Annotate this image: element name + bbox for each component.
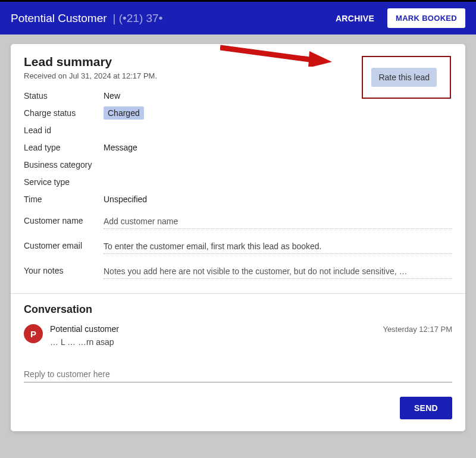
lead-summary-section: Rate this lead Lead summary Received on … (11, 44, 465, 293)
rate-lead-highlight-box: Rate this lead (362, 56, 451, 99)
rate-this-lead-button[interactable]: Rate this lead (371, 68, 437, 87)
time-label: Time (24, 195, 101, 204)
charged-badge: Charged (104, 106, 144, 120)
message-text: … L … …rn asap (50, 337, 452, 347)
your-notes-label: Your notes (24, 266, 101, 275)
charge-status-label: Charge status (24, 108, 101, 118)
lead-type-label: Lead type (24, 143, 101, 152)
time-value: Unspecified (104, 195, 452, 204)
summary-fields: Status New Charge status Charged Lead id… (24, 91, 452, 279)
sender-name: Potential customer (50, 324, 119, 334)
lead-id-label: Lead id (24, 126, 101, 135)
conversation-section: Conversation P Potential customer Yester… (11, 293, 465, 431)
mark-booked-button[interactable]: MARK BOOKED (387, 8, 465, 28)
customer-name-label: Customer name (24, 216, 101, 225)
conversation-title: Conversation (24, 303, 452, 316)
lead-card: Rate this lead Lead summary Received on … (11, 44, 465, 431)
message-body: Potential customer Yesterday 12:17 PM … … (50, 324, 452, 347)
message-timestamp: Yesterday 12:17 PM (383, 325, 452, 334)
page-header: Potential Customer | (•21) 37• ARCHIVE M… (0, 0, 476, 34)
customer-email-hint: To enter the customer email, first mark … (104, 237, 452, 254)
business-category-label: Business category (24, 160, 101, 170)
reply-input[interactable] (24, 363, 452, 382)
send-button[interactable]: SEND (400, 397, 452, 419)
lead-type-value: Message (104, 143, 452, 152)
your-notes-input[interactable] (104, 262, 452, 279)
archive-link[interactable]: ARCHIVE (336, 14, 374, 23)
avatar: P (24, 324, 43, 343)
header-title-block: Potential Customer | (•21) 37• (11, 12, 162, 25)
status-label: Status (24, 91, 101, 101)
customer-name-input[interactable] (104, 212, 452, 229)
customer-email-label: Customer email (24, 241, 101, 250)
send-row: SEND (24, 397, 452, 419)
header-actions: ARCHIVE MARK BOOKED (336, 8, 465, 28)
charge-status-value: Charged (104, 108, 452, 118)
customer-label: Potential Customer (11, 12, 107, 25)
message-header: Potential customer Yesterday 12:17 PM (50, 324, 452, 334)
phone-display: | (•21) 37• (113, 12, 163, 25)
service-type-label: Service type (24, 177, 101, 187)
message-item: P Potential customer Yesterday 12:17 PM … (24, 324, 452, 347)
